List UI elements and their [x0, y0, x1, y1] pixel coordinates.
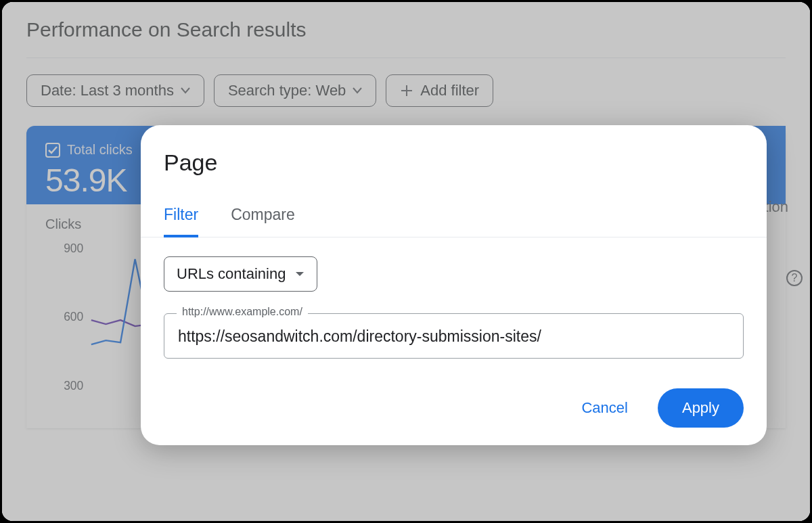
- tab-compare[interactable]: Compare: [231, 206, 295, 237]
- dialog-actions: Cancel Apply: [164, 388, 744, 428]
- url-field-label: http://www.example.com/: [177, 306, 308, 318]
- url-match-dropdown-label: URLs containing: [177, 265, 286, 283]
- tab-filter[interactable]: Filter: [164, 206, 198, 237]
- cancel-button[interactable]: Cancel: [568, 391, 641, 425]
- chevron-down-icon: [295, 271, 304, 277]
- url-input[interactable]: [178, 327, 729, 346]
- url-match-dropdown[interactable]: URLs containing: [164, 256, 317, 292]
- url-field-wrap: http://www.example.com/: [164, 313, 744, 359]
- dialog-title: Page: [164, 150, 744, 176]
- apply-button[interactable]: Apply: [658, 388, 744, 428]
- page-filter-dialog: Page Filter Compare URLs containing http…: [141, 125, 767, 445]
- dialog-tabs: Filter Compare: [141, 206, 767, 237]
